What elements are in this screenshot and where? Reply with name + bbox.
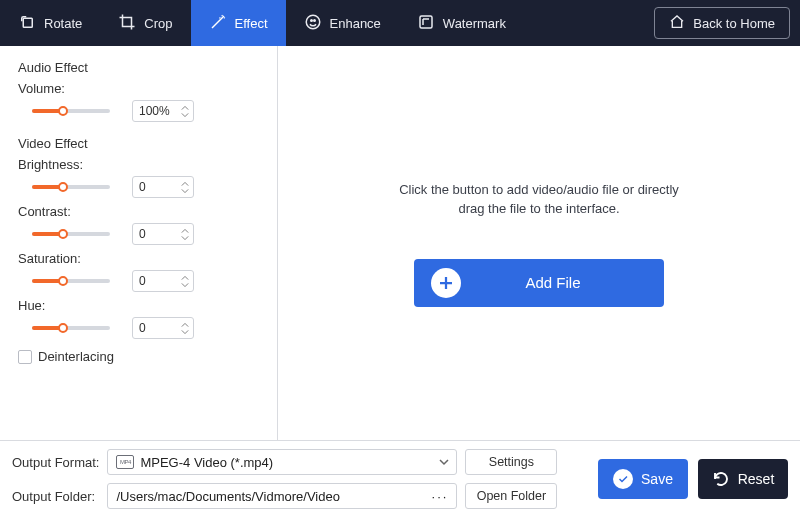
saturation-slider[interactable] [32, 279, 110, 283]
back-to-home-button[interactable]: Back to Home [654, 7, 790, 39]
watermark-icon [417, 13, 435, 34]
tab-crop[interactable]: Crop [100, 0, 190, 46]
chevron-down-icon [438, 456, 450, 468]
tab-rotate[interactable]: Rotate [0, 0, 100, 46]
stepper-arrows[interactable] [181, 228, 189, 241]
save-button[interactable]: Save [598, 459, 688, 499]
tab-label: Rotate [44, 16, 82, 31]
reset-label: Reset [738, 471, 775, 487]
browse-folder-button[interactable]: ··· [430, 489, 451, 504]
effect-panel: Audio Effect Volume: 100% Video Effect B… [0, 46, 278, 440]
contrast-label: Contrast: [18, 204, 261, 219]
hue-slider[interactable] [32, 326, 110, 330]
brightness-slider[interactable] [32, 185, 110, 189]
output-format-select[interactable]: MP4 MPEG-4 Video (*.mp4) [107, 449, 457, 475]
back-label: Back to Home [693, 16, 775, 31]
deinterlacing-checkbox[interactable] [18, 350, 32, 364]
tab-label: Effect [235, 16, 268, 31]
enhance-icon [304, 13, 322, 34]
video-effect-title: Video Effect [18, 136, 261, 151]
brightness-label: Brightness: [18, 157, 261, 172]
stepper-arrows[interactable] [181, 105, 189, 118]
reset-button[interactable]: Reset [698, 459, 788, 499]
plus-icon [431, 268, 461, 298]
output-folder-field[interactable]: /Users/mac/Documents/Vidmore/Video ··· [107, 483, 457, 509]
stepper-arrows[interactable] [181, 181, 189, 194]
audio-effect-title: Audio Effect [18, 60, 261, 75]
settings-button[interactable]: Settings [465, 449, 557, 475]
effect-icon [209, 13, 227, 34]
hue-label: Hue: [18, 298, 261, 313]
output-format-value: MPEG-4 Video (*.mp4) [140, 455, 273, 470]
file-drop-area[interactable]: Click the button to add video/audio file… [278, 46, 800, 440]
volume-label: Volume: [18, 81, 261, 96]
hue-stepper[interactable]: 0 [132, 317, 194, 339]
add-file-button[interactable]: Add File [414, 259, 664, 307]
add-file-label: Add File [478, 274, 664, 291]
saturation-value: 0 [139, 274, 146, 288]
open-folder-button[interactable]: Open Folder [465, 483, 557, 509]
output-folder-value: /Users/mac/Documents/Vidmore/Video [116, 489, 340, 504]
svg-rect-0 [23, 18, 32, 27]
contrast-value: 0 [139, 227, 146, 241]
tab-label: Crop [144, 16, 172, 31]
tab-effect[interactable]: Effect [191, 0, 286, 46]
volume-stepper[interactable]: 100% [132, 100, 194, 122]
svg-point-1 [306, 15, 320, 29]
home-icon [669, 14, 685, 33]
tab-enhance[interactable]: Enhance [286, 0, 399, 46]
svg-point-2 [310, 19, 312, 21]
drop-hint: Click the button to add video/audio file… [399, 180, 679, 219]
saturation-label: Saturation: [18, 251, 261, 266]
mp4-icon: MP4 [116, 455, 134, 469]
contrast-stepper[interactable]: 0 [132, 223, 194, 245]
volume-slider[interactable] [32, 109, 110, 113]
rotate-icon [18, 13, 36, 34]
output-format-label: Output Format: [12, 455, 99, 470]
check-icon [613, 469, 633, 489]
tab-watermark[interactable]: Watermark [399, 0, 524, 46]
tab-label: Enhance [330, 16, 381, 31]
crop-icon [118, 13, 136, 34]
stepper-arrows[interactable] [181, 275, 189, 288]
saturation-stepper[interactable]: 0 [132, 270, 194, 292]
output-folder-label: Output Folder: [12, 489, 99, 504]
svg-point-3 [313, 19, 315, 21]
hue-value: 0 [139, 321, 146, 335]
svg-rect-4 [420, 16, 432, 28]
save-label: Save [641, 471, 673, 487]
volume-value: 100% [139, 104, 170, 118]
brightness-stepper[interactable]: 0 [132, 176, 194, 198]
brightness-value: 0 [139, 180, 146, 194]
tab-label: Watermark [443, 16, 506, 31]
stepper-arrows[interactable] [181, 322, 189, 335]
deinterlacing-label: Deinterlacing [38, 349, 114, 364]
reset-icon [712, 470, 730, 488]
contrast-slider[interactable] [32, 232, 110, 236]
